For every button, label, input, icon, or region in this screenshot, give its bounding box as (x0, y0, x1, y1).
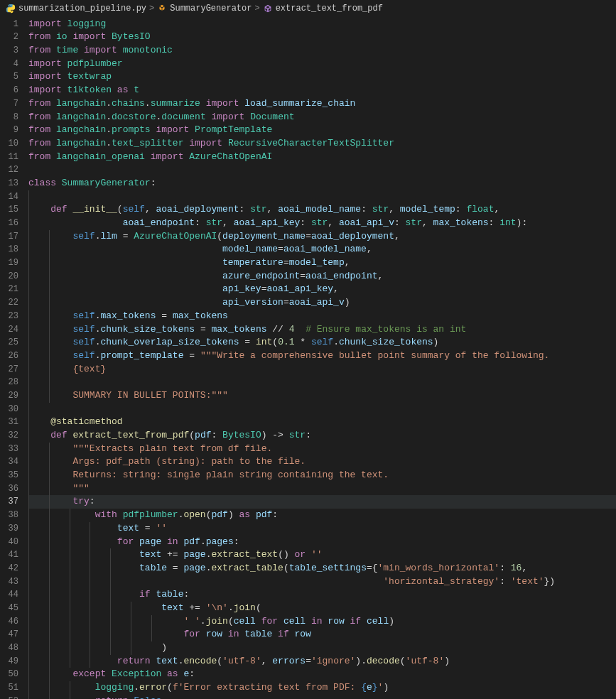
code-line[interactable]: 'horizontal_strategy': 'text'}) (28, 575, 616, 589)
code-line[interactable]: try: (28, 495, 616, 509)
code-line[interactable]: from langchain.prompts import PromptTemp… (28, 124, 616, 137)
line-number: 3 (0, 44, 18, 58)
code-line[interactable]: import pdfplumber (28, 58, 616, 71)
code-line[interactable]: model_name=aoai_model_name, (28, 243, 616, 256)
breadcrumb-class[interactable]: SummaryGenerator (170, 2, 252, 16)
code-line[interactable] (28, 163, 616, 177)
line-number: 9 (0, 124, 18, 137)
line-number: 50 (0, 668, 18, 681)
code-line[interactable]: self.llm = AzureChatOpenAI(deployment_na… (28, 230, 616, 244)
code-line[interactable]: azure_endpoint=aoai_endpoint, (28, 270, 616, 283)
line-number: 37 (0, 495, 18, 509)
line-number: 1 (0, 18, 18, 31)
class-icon (157, 4, 167, 13)
code-line[interactable]: """Extracts plain text from df file. (28, 443, 616, 456)
code-line[interactable]: text = '' (28, 522, 616, 536)
code-line[interactable]: import textwrap (28, 70, 616, 84)
code-line[interactable]: temperature=model_temp, (28, 256, 616, 270)
code-line[interactable]: from langchain_openai import AzureChatOp… (28, 151, 616, 164)
line-number: 22 (0, 296, 18, 310)
line-number: 34 (0, 455, 18, 469)
code-line[interactable] (28, 403, 616, 416)
code-line[interactable]: self.chunk_size_tokens = max_tokens // 4… (28, 323, 616, 337)
code-line[interactable]: def __init__(self, aoai_deployment: str,… (28, 203, 616, 217)
code-line[interactable]: return text.encode('utf-8', errors='igno… (28, 655, 616, 668)
line-number: 35 (0, 469, 18, 482)
code-line[interactable]: from langchain.text_splitter import Recu… (28, 137, 616, 151)
breadcrumb-method[interactable]: extract_text_from_pdf (276, 2, 383, 16)
line-number: 31 (0, 416, 18, 429)
line-number: 42 (0, 562, 18, 575)
code-line[interactable]: self.chunk_overlap_size_tokens = int(0.1… (28, 336, 616, 350)
line-number: 13 (0, 177, 18, 190)
code-line[interactable]: from time import monotonic (28, 44, 616, 58)
line-number: 26 (0, 350, 18, 363)
code-line[interactable]: ' '.join(cell for cell in row if cell) (28, 615, 616, 629)
line-number: 7 (0, 97, 18, 111)
line-number: 8 (0, 111, 18, 124)
line-number: 38 (0, 509, 18, 522)
breadcrumb[interactable]: summarization_pipeline.py > SummaryGener… (0, 0, 616, 18)
code-line[interactable]: logging.error(f'Error extracting text fr… (28, 681, 616, 695)
code-line[interactable]: class SummaryGenerator: (28, 177, 616, 190)
code-line[interactable]: ) (28, 641, 616, 655)
code-line[interactable]: api_version=aoai_api_v) (28, 296, 616, 310)
code-line[interactable]: import logging (28, 18, 616, 31)
code-line[interactable]: except Exception as e: (28, 668, 616, 681)
line-number: 25 (0, 336, 18, 350)
line-number: 11 (0, 151, 18, 164)
code-line[interactable]: self.prompt_template = """Write a compre… (28, 350, 616, 363)
code-area[interactable]: import loggingfrom io import BytesIOfrom… (28, 18, 616, 699)
code-line[interactable] (28, 190, 616, 204)
line-number: 2 (0, 31, 18, 44)
code-line[interactable]: Args: pdf_path (string): path to the fil… (28, 455, 616, 469)
line-number: 48 (0, 641, 18, 655)
line-number: 5 (0, 70, 18, 84)
chevron-right-icon: > (254, 2, 259, 16)
line-number: 47 (0, 628, 18, 641)
code-line[interactable]: """ (28, 482, 616, 496)
line-number: 44 (0, 588, 18, 602)
line-number: 6 (0, 84, 18, 97)
line-number: 20 (0, 270, 18, 283)
code-line[interactable]: from io import BytesIO (28, 31, 616, 44)
line-number-gutter: 1234567891011121314151617181920212223242… (0, 18, 28, 699)
code-line[interactable]: self.max_tokens = max_tokens (28, 310, 616, 323)
code-line[interactable]: Returns: string: single plain string con… (28, 469, 616, 482)
code-line[interactable]: {text} (28, 363, 616, 376)
code-line[interactable]: text += '\n'.join( (28, 602, 616, 615)
line-number: 28 (0, 376, 18, 389)
line-number: 33 (0, 443, 18, 456)
code-line[interactable]: from langchain.chains.summarize import l… (28, 97, 616, 111)
code-line[interactable]: with pdfplumber.open(pdf) as pdf: (28, 509, 616, 522)
code-line[interactable] (28, 376, 616, 389)
line-number: 30 (0, 403, 18, 416)
code-editor[interactable]: 1234567891011121314151617181920212223242… (0, 18, 616, 699)
code-line[interactable]: if table: (28, 588, 616, 602)
code-line[interactable]: text += page.extract_text() or '' (28, 548, 616, 562)
line-number: 40 (0, 536, 18, 549)
code-line[interactable]: aoai_endpoint: str, aoai_api_key: str, a… (28, 217, 616, 230)
chevron-right-icon: > (149, 2, 154, 16)
code-line[interactable]: return False (28, 695, 616, 699)
code-line[interactable]: import tiktoken as t (28, 84, 616, 97)
line-number: 19 (0, 256, 18, 270)
code-line[interactable]: def extract_text_from_pdf(pdf: BytesIO) … (28, 429, 616, 443)
python-file-icon (6, 4, 16, 13)
line-number: 45 (0, 602, 18, 615)
code-line[interactable]: @staticmethod (28, 416, 616, 429)
code-line[interactable]: for row in table if row (28, 628, 616, 641)
code-line[interactable]: SUMMARY IN BULLET POINTS:""" (28, 389, 616, 403)
line-number: 23 (0, 310, 18, 323)
line-number: 39 (0, 522, 18, 536)
code-line[interactable]: table = page.extract_table(table_setting… (28, 562, 616, 575)
line-number: 16 (0, 217, 18, 230)
breadcrumb-file[interactable]: summarization_pipeline.py (18, 2, 146, 16)
line-number: 17 (0, 230, 18, 244)
code-line[interactable]: api_key=aoai_api_key, (28, 283, 616, 296)
line-number: 15 (0, 203, 18, 217)
code-line[interactable]: from langchain.docstore.document import … (28, 111, 616, 124)
code-line[interactable]: for page in pdf.pages: (28, 536, 616, 549)
line-number: 12 (0, 163, 18, 177)
line-number: 49 (0, 655, 18, 668)
